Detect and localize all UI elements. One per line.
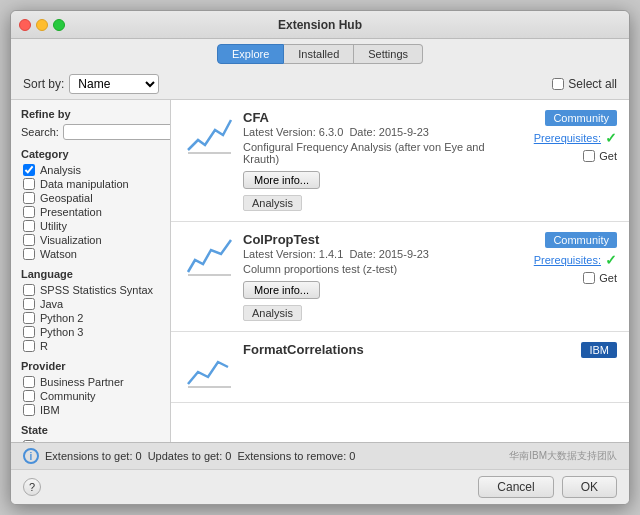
language-python3-checkbox[interactable] [23,326,35,338]
community-badge-colproptest: Community [545,232,617,248]
provider-business-partner: Business Partner [21,376,160,388]
tab-settings[interactable]: Settings [354,44,423,64]
category-visualization-label[interactable]: Visualization [40,234,102,246]
sort-select[interactable]: Name [69,74,159,94]
category-geospatial: Geospatial [21,192,160,204]
category-visualization: Visualization [21,234,160,246]
bottom-right-buttons: Cancel OK [478,476,617,498]
language-r-checkbox[interactable] [23,340,35,352]
get-label-cfa[interactable]: Get [599,150,617,162]
category-utility-checkbox[interactable] [23,220,35,232]
body: Refine by Search: Category Analysis Data… [11,100,629,442]
community-badge-cfa: Community [545,110,617,126]
cancel-button[interactable]: Cancel [478,476,553,498]
category-geospatial-checkbox[interactable] [23,192,35,204]
provider-community-label[interactable]: Community [40,390,96,402]
ext-desc-colproptest: Column proportions test (z-test) [243,263,497,275]
language-label: Language [21,268,160,280]
tab-installed[interactable]: Installed [284,44,354,64]
chart-icon-cfa [183,110,233,160]
ext-meta-cfa: Latest Version: 6.3.0 Date: 2015-9-23 [243,126,497,138]
language-spss-label[interactable]: SPSS Statistics Syntax [40,284,153,296]
search-input[interactable] [63,124,171,140]
watermark: 华南IBM大数据支持团队 [509,449,617,463]
select-all-checkbox[interactable] [552,78,564,90]
prereq-link-colproptest[interactable]: Prerequisites: [534,254,601,266]
ext-header-formatcorrelations: FormatCorrelations IBM [183,342,617,392]
language-java-label[interactable]: Java [40,298,63,310]
refine-label: Refine by [21,108,160,120]
toolbar: Sort by: Name Select all [11,69,629,100]
status-extensions-to-remove: Extensions to remove: 0 [237,450,355,462]
category-presentation-label[interactable]: Presentation [40,206,102,218]
prereq-check-cfa: ✓ [605,130,617,146]
select-all-area: Select all [552,77,617,91]
more-info-button-cfa[interactable]: More info... [243,171,320,189]
category-utility-label[interactable]: Utility [40,220,67,232]
ext-info-formatcorrelations: FormatCorrelations [243,342,497,357]
provider-community-checkbox[interactable] [23,390,35,402]
ext-right-formatcorrelations: IBM [497,342,617,358]
tab-bar: Explore Installed Settings [11,39,629,69]
ext-header-cfa: CFA Latest Version: 6.3.0 Date: 2015-9-2… [183,110,617,211]
category-watson: Watson [21,248,160,260]
provider-ibm: IBM [21,404,160,416]
minimize-button[interactable] [36,19,48,31]
get-checkbox-colproptest[interactable] [583,272,595,284]
language-python2-checkbox[interactable] [23,312,35,324]
get-label-colproptest[interactable]: Get [599,272,617,284]
tab-explore[interactable]: Explore [217,44,284,64]
bottom-bar: ? Cancel OK [11,469,629,504]
language-spss: SPSS Statistics Syntax [21,284,160,296]
ext-tag-colproptest: Analysis [243,305,302,321]
language-java-checkbox[interactable] [23,298,35,310]
prereq-check-colproptest: ✓ [605,252,617,268]
category-geospatial-label[interactable]: Geospatial [40,192,93,204]
provider-business-partner-checkbox[interactable] [23,376,35,388]
provider-business-partner-label[interactable]: Business Partner [40,376,124,388]
chart-icon-colproptest [183,232,233,282]
traffic-lights [19,19,65,31]
main-content: CFA Latest Version: 6.3.0 Date: 2015-9-2… [171,100,629,442]
ext-meta-colproptest: Latest Version: 1.4.1 Date: 2015-9-23 [243,248,497,260]
prereq-link-cfa[interactable]: Prerequisites: [534,132,601,144]
category-analysis: Analysis [21,164,160,176]
category-watson-checkbox[interactable] [23,248,35,260]
category-data-manip-checkbox[interactable] [23,178,35,190]
get-checkbox-cfa[interactable] [583,150,595,162]
category-analysis-checkbox[interactable] [23,164,35,176]
language-python2-label[interactable]: Python 2 [40,312,83,324]
category-utility: Utility [21,220,160,232]
ext-desc-cfa: Configural Frequency Analysis (after von… [243,141,497,165]
category-visualization-checkbox[interactable] [23,234,35,246]
category-label: Category [21,148,160,160]
language-python3-label[interactable]: Python 3 [40,326,83,338]
ext-name-cfa: CFA [243,110,497,125]
ext-tag-cfa: Analysis [243,195,302,211]
provider-ibm-label[interactable]: IBM [40,404,60,416]
category-watson-label[interactable]: Watson [40,248,77,260]
provider-ibm-checkbox[interactable] [23,404,35,416]
help-button[interactable]: ? [23,478,41,496]
category-data-manip-label[interactable]: Data manipulation [40,178,129,190]
window-title: Extension Hub [278,18,362,32]
language-python3: Python 3 [21,326,160,338]
ext-name-colproptest: ColPropTest [243,232,497,247]
get-row-colproptest: Get [583,272,617,284]
ok-button[interactable]: OK [562,476,617,498]
maximize-button[interactable] [53,19,65,31]
search-label: Search: [21,126,59,138]
more-info-button-colproptest[interactable]: More info... [243,281,320,299]
category-presentation: Presentation [21,206,160,218]
language-r-label[interactable]: R [40,340,48,352]
status-extensions-to-get: Extensions to get: 0 [45,450,142,462]
language-python2: Python 2 [21,312,160,324]
language-spss-checkbox[interactable] [23,284,35,296]
close-button[interactable] [19,19,31,31]
category-data-manip: Data manipulation [21,178,160,190]
category-analysis-label[interactable]: Analysis [40,164,81,176]
title-bar: Extension Hub [11,11,629,39]
ext-icon-cfa [183,110,233,160]
chart-icon-formatcorrelations [183,342,233,392]
category-presentation-checkbox[interactable] [23,206,35,218]
